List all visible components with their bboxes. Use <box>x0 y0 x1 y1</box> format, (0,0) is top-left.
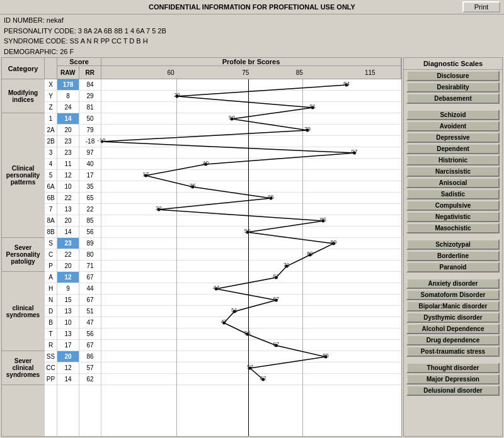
diag-item-masochistic[interactable]: Masochistic <box>406 223 500 233</box>
chart-value-label: 65 <box>268 194 274 200</box>
diag-item-schizoid[interactable]: Schizoid <box>406 110 500 120</box>
diag-item-delusional-disorder[interactable]: Delusional disorder <box>406 385 500 396</box>
chart-value-label: 97 <box>351 149 357 155</box>
rr-cell: 56 <box>79 227 101 238</box>
diag-item-dependent[interactable]: Dependent <box>406 143 500 154</box>
print-button[interactable]: Print <box>462 1 500 13</box>
tick-115: 115 <box>365 69 375 76</box>
chart-value-label: 84 <box>343 81 350 87</box>
raw-cell: 22 <box>57 249 79 261</box>
rr-cell: 17 <box>79 170 101 181</box>
chart-cell: 80 <box>101 249 401 261</box>
diag-item-negativistic[interactable]: Negativistic <box>406 211 500 222</box>
chart-value-label: 67 <box>273 273 279 279</box>
diag-item-post-traumatic-stress[interactable]: Post-traumatic stress <box>406 346 500 357</box>
category-modifying: Modifyingindices <box>2 79 44 113</box>
chart-cell: 79 <box>101 125 401 136</box>
chart-cell: 67 <box>101 340 401 351</box>
diag-item-compulsive[interactable]: Compulsive <box>406 200 500 211</box>
raw-cell: 20 <box>57 261 79 272</box>
raw-cell: 22 <box>57 193 79 204</box>
scale-cell: B <box>45 317 57 328</box>
rr-cell: 29 <box>79 91 101 102</box>
raw-cell: 10 <box>57 181 79 193</box>
diag-item-somatoform-disorder[interactable]: Somatoform Disorder <box>406 289 500 300</box>
profile-header: Profole br Scores <box>101 58 401 66</box>
diag-item-schizotypal[interactable]: Schizotypal <box>406 239 500 250</box>
category-clinical: Clinicalpersonalitypatterns <box>2 113 44 238</box>
diag-item-narcissistic[interactable]: Narcissistic <box>406 166 500 177</box>
demographic: DEMOGRAPHIC: 26 F <box>4 47 500 57</box>
raw-cell: 23 <box>57 136 79 147</box>
diag-item-desirablity[interactable]: Desirablity <box>406 82 500 93</box>
scale-cell: Y <box>45 91 57 102</box>
diag-item-borderline[interactable]: Borderline <box>406 250 500 261</box>
raw-cell: 13 <box>57 204 79 215</box>
chart-value-label: 47 <box>221 318 227 325</box>
scale-cell: H <box>45 283 57 295</box>
raw-cell: 9 <box>57 283 79 295</box>
raw-cell: 15 <box>57 295 79 306</box>
chart-cell: 50 <box>101 113 401 125</box>
raw-cell: 24 <box>57 102 79 113</box>
scale-cell: S <box>45 238 57 249</box>
diag-separator <box>404 234 502 237</box>
category-sever-personality: SeverPersonalitypatoligy <box>2 238 44 272</box>
diag-item-dysthymic-disorder[interactable]: Dysthymic disorder <box>406 312 500 323</box>
diag-item-major-depression[interactable]: Major Depression <box>406 374 500 385</box>
chart-value-label: 62 <box>260 375 266 381</box>
page-title: CONFIDENTIAL INFORMATION FOR PROFETIONAL… <box>42 3 462 11</box>
chart-cell: 17 <box>101 170 401 181</box>
raw-cell: 20 <box>57 351 79 362</box>
rr-cell: 97 <box>79 147 101 159</box>
chart-value-label: 51 <box>231 307 238 313</box>
scale-cell: D <box>45 306 57 317</box>
diag-item-anisocial[interactable]: Anisocial <box>406 177 500 188</box>
scale-cell: N <box>45 295 57 306</box>
chart-value-label: 80 <box>307 250 313 257</box>
category-clinical-syndromes: clinicalsyndromes <box>2 272 44 351</box>
diag-group-4: Thought disorderMajor DepressionDelusion… <box>404 362 502 396</box>
chart-value-label: 22 <box>156 205 162 211</box>
diag-item-debasement[interactable]: Debasement <box>406 93 500 104</box>
diag-item-depressive[interactable]: Depressive <box>406 132 500 143</box>
diag-item-histrionic[interactable]: Histrionic <box>406 155 500 166</box>
chart-cell: 84 <box>101 79 401 91</box>
chart-cell: 67 <box>101 272 401 283</box>
scale-cell: P <box>45 261 57 272</box>
diag-item-disclosure[interactable]: Disclosure <box>406 70 500 81</box>
rr-cell: 71 <box>79 261 101 272</box>
rr-cell: 22 <box>79 204 101 215</box>
chart-value-label: 67 <box>273 296 279 302</box>
category-header: Category <box>2 58 45 79</box>
rr-cell: 47 <box>79 317 101 328</box>
scale-cell: 7 <box>45 204 57 215</box>
scale-cell: 6A <box>45 181 57 193</box>
raw-cell: 8 <box>57 91 79 102</box>
info-section: ID NUMBER: nekaf PERSONALITY CODE: 3 8A … <box>0 14 504 57</box>
rr-cell: 85 <box>79 215 101 227</box>
diag-item-paranoid[interactable]: Paranoid <box>406 262 500 272</box>
chart-cell: 97 <box>101 147 401 159</box>
diag-item-bipolar:manic-disorder[interactable]: Bipolar:Manic disorder <box>406 301 500 312</box>
diag-item-alcohol-dependence[interactable]: Alcohol Dependence <box>406 323 500 334</box>
raw-cell: 10 <box>57 317 79 328</box>
diag-separator <box>404 273 502 276</box>
diag-item-avoident[interactable]: Avoident <box>406 121 500 132</box>
scale-cell: 3 <box>45 147 57 159</box>
tick-75: 75 <box>242 69 249 76</box>
chart-cell: 22 <box>101 204 401 215</box>
scale-cell: PP <box>45 374 57 385</box>
rr-cell: 65 <box>79 193 101 204</box>
scale-cell: Z <box>45 102 57 113</box>
raw-cell: 11 <box>57 159 79 170</box>
rr-cell: 67 <box>79 272 101 283</box>
diag-item-anxiety-disorder[interactable]: Anxiety disorder <box>406 278 500 289</box>
raw-cell: 20 <box>57 215 79 227</box>
diag-item-sadistic[interactable]: Sadistic <box>406 189 500 199</box>
raw-cell: 178 <box>57 79 79 91</box>
diag-item-drug-dependence[interactable]: Drug dependence <box>406 335 500 345</box>
diag-item-thought-disorder[interactable]: Thought disorder <box>406 362 500 373</box>
score-header: Score <box>57 58 101 66</box>
rr-cell: 81 <box>79 102 101 113</box>
